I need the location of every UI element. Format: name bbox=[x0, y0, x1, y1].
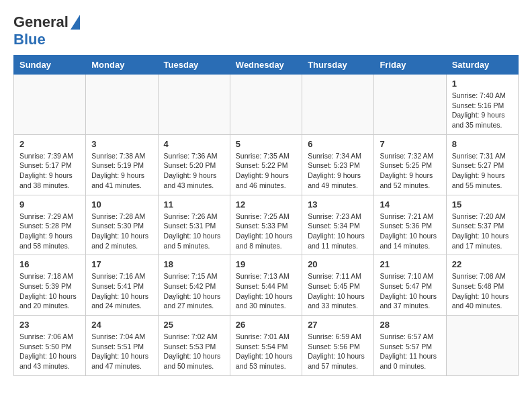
calendar-cell: 8Sunrise: 7:31 AM Sunset: 5:27 PM Daylig… bbox=[446, 134, 518, 195]
day-info: Sunrise: 7:16 AM Sunset: 5:41 PM Dayligh… bbox=[91, 271, 152, 311]
day-info: Sunrise: 7:26 AM Sunset: 5:31 PM Dayligh… bbox=[164, 212, 224, 251]
day-info: Sunrise: 7:35 AM Sunset: 5:22 PM Dayligh… bbox=[236, 151, 296, 191]
day-info: Sunrise: 7:04 AM Sunset: 5:51 PM Dayligh… bbox=[91, 332, 152, 371]
calendar-cell bbox=[374, 75, 446, 135]
day-number: 28 bbox=[380, 320, 440, 330]
day-number: 16 bbox=[19, 259, 80, 269]
calendar-week-row: 23Sunrise: 7:06 AM Sunset: 5:50 PM Dayli… bbox=[14, 316, 519, 376]
day-number: 10 bbox=[91, 199, 152, 210]
day-info: Sunrise: 7:11 AM Sunset: 5:45 PM Dayligh… bbox=[308, 271, 368, 311]
day-number: 26 bbox=[236, 320, 296, 330]
weekday-header-monday: Monday bbox=[86, 56, 158, 75]
calendar-cell: 2Sunrise: 7:39 AM Sunset: 5:17 PM Daylig… bbox=[14, 134, 86, 195]
day-info: Sunrise: 7:28 AM Sunset: 5:30 PM Dayligh… bbox=[91, 212, 152, 251]
day-number: 2 bbox=[19, 139, 80, 149]
day-info: Sunrise: 7:02 AM Sunset: 5:53 PM Dayligh… bbox=[164, 332, 224, 371]
day-number: 1 bbox=[452, 79, 513, 89]
day-info: Sunrise: 7:29 AM Sunset: 5:28 PM Dayligh… bbox=[19, 212, 80, 251]
calendar-cell: 11Sunrise: 7:26 AM Sunset: 5:31 PM Dayli… bbox=[158, 195, 230, 255]
day-number: 3 bbox=[91, 139, 152, 149]
day-number: 23 bbox=[19, 320, 80, 330]
calendar-cell bbox=[302, 75, 374, 135]
calendar-week-row: 9Sunrise: 7:29 AM Sunset: 5:28 PM Daylig… bbox=[14, 195, 519, 255]
day-number: 7 bbox=[380, 139, 440, 149]
calendar-cell: 6Sunrise: 7:34 AM Sunset: 5:23 PM Daylig… bbox=[302, 134, 374, 195]
calendar-cell bbox=[230, 75, 302, 135]
calendar-cell: 18Sunrise: 7:15 AM Sunset: 5:42 PM Dayli… bbox=[158, 255, 230, 316]
calendar-cell: 5Sunrise: 7:35 AM Sunset: 5:22 PM Daylig… bbox=[230, 134, 302, 195]
calendar-cell: 26Sunrise: 7:01 AM Sunset: 5:54 PM Dayli… bbox=[230, 316, 302, 376]
day-info: Sunrise: 7:40 AM Sunset: 5:16 PM Dayligh… bbox=[452, 91, 513, 130]
calendar-cell: 22Sunrise: 7:08 AM Sunset: 5:48 PM Dayli… bbox=[446, 255, 518, 316]
day-info: Sunrise: 7:31 AM Sunset: 5:27 PM Dayligh… bbox=[452, 151, 513, 191]
day-number: 5 bbox=[236, 139, 296, 149]
day-info: Sunrise: 7:10 AM Sunset: 5:47 PM Dayligh… bbox=[380, 271, 440, 311]
calendar-week-row: 1Sunrise: 7:40 AM Sunset: 5:16 PM Daylig… bbox=[14, 75, 519, 135]
calendar-cell: 7Sunrise: 7:32 AM Sunset: 5:25 PM Daylig… bbox=[374, 134, 446, 195]
day-number: 25 bbox=[164, 320, 224, 330]
day-number: 6 bbox=[308, 139, 368, 149]
calendar-week-row: 2Sunrise: 7:39 AM Sunset: 5:17 PM Daylig… bbox=[14, 134, 519, 195]
calendar-cell: 19Sunrise: 7:13 AM Sunset: 5:44 PM Dayli… bbox=[230, 255, 302, 316]
calendar-cell bbox=[158, 75, 230, 135]
day-info: Sunrise: 7:06 AM Sunset: 5:50 PM Dayligh… bbox=[19, 332, 80, 371]
day-info: Sunrise: 7:25 AM Sunset: 5:33 PM Dayligh… bbox=[236, 212, 296, 251]
calendar-cell: 21Sunrise: 7:10 AM Sunset: 5:47 PM Dayli… bbox=[374, 255, 446, 316]
calendar-cell bbox=[14, 75, 86, 135]
day-number: 4 bbox=[164, 139, 224, 149]
calendar-cell: 10Sunrise: 7:28 AM Sunset: 5:30 PM Dayli… bbox=[86, 195, 158, 255]
day-info: Sunrise: 7:18 AM Sunset: 5:39 PM Dayligh… bbox=[19, 271, 80, 311]
day-number: 27 bbox=[308, 320, 368, 330]
day-number: 14 bbox=[380, 199, 440, 210]
logo-blue: Blue bbox=[13, 31, 46, 48]
day-number: 24 bbox=[91, 320, 152, 330]
day-info: Sunrise: 7:15 AM Sunset: 5:42 PM Dayligh… bbox=[164, 271, 224, 311]
day-info: Sunrise: 6:59 AM Sunset: 5:56 PM Dayligh… bbox=[308, 332, 368, 371]
day-info: Sunrise: 7:39 AM Sunset: 5:17 PM Dayligh… bbox=[19, 151, 80, 191]
calendar-cell: 25Sunrise: 7:02 AM Sunset: 5:53 PM Dayli… bbox=[158, 316, 230, 376]
calendar-cell: 17Sunrise: 7:16 AM Sunset: 5:41 PM Dayli… bbox=[86, 255, 158, 316]
day-info: Sunrise: 7:23 AM Sunset: 5:34 PM Dayligh… bbox=[308, 212, 368, 251]
calendar-cell: 28Sunrise: 6:57 AM Sunset: 5:57 PM Dayli… bbox=[374, 316, 446, 376]
calendar-cell: 12Sunrise: 7:25 AM Sunset: 5:33 PM Dayli… bbox=[230, 195, 302, 255]
weekday-header-thursday: Thursday bbox=[302, 56, 374, 75]
day-info: Sunrise: 6:57 AM Sunset: 5:57 PM Dayligh… bbox=[380, 332, 440, 371]
day-number: 21 bbox=[380, 259, 440, 269]
day-number: 20 bbox=[308, 259, 368, 269]
day-info: Sunrise: 7:34 AM Sunset: 5:23 PM Dayligh… bbox=[308, 151, 368, 191]
calendar-cell: 1Sunrise: 7:40 AM Sunset: 5:16 PM Daylig… bbox=[446, 75, 518, 135]
calendar-cell: 4Sunrise: 7:36 AM Sunset: 5:20 PM Daylig… bbox=[158, 134, 230, 195]
day-number: 8 bbox=[452, 139, 513, 149]
calendar-cell bbox=[86, 75, 158, 135]
calendar-cell: 27Sunrise: 6:59 AM Sunset: 5:56 PM Dayli… bbox=[302, 316, 374, 376]
calendar-header-row: SundayMondayTuesdayWednesdayThursdayFrid… bbox=[14, 56, 519, 75]
calendar-cell: 24Sunrise: 7:04 AM Sunset: 5:51 PM Dayli… bbox=[86, 316, 158, 376]
calendar-cell bbox=[446, 316, 518, 376]
day-number: 13 bbox=[308, 199, 368, 210]
page-header: General Blue bbox=[13, 13, 519, 48]
logo-triangle-icon bbox=[71, 15, 80, 30]
calendar-cell: 9Sunrise: 7:29 AM Sunset: 5:28 PM Daylig… bbox=[14, 195, 86, 255]
day-info: Sunrise: 7:38 AM Sunset: 5:19 PM Dayligh… bbox=[91, 151, 152, 191]
day-info: Sunrise: 7:13 AM Sunset: 5:44 PM Dayligh… bbox=[236, 271, 296, 311]
day-info: Sunrise: 7:20 AM Sunset: 5:37 PM Dayligh… bbox=[452, 212, 513, 251]
weekday-header-saturday: Saturday bbox=[446, 56, 518, 75]
calendar-cell: 15Sunrise: 7:20 AM Sunset: 5:37 PM Dayli… bbox=[446, 195, 518, 255]
day-number: 22 bbox=[452, 259, 513, 269]
day-number: 18 bbox=[164, 259, 224, 269]
calendar-cell: 13Sunrise: 7:23 AM Sunset: 5:34 PM Dayli… bbox=[302, 195, 374, 255]
day-info: Sunrise: 7:01 AM Sunset: 5:54 PM Dayligh… bbox=[236, 332, 296, 371]
logo: General Blue bbox=[13, 13, 80, 48]
day-info: Sunrise: 7:21 AM Sunset: 5:36 PM Dayligh… bbox=[380, 212, 440, 251]
logo-general: General bbox=[13, 13, 69, 31]
day-number: 9 bbox=[19, 199, 80, 210]
calendar-cell: 3Sunrise: 7:38 AM Sunset: 5:19 PM Daylig… bbox=[86, 134, 158, 195]
weekday-header-friday: Friday bbox=[374, 56, 446, 75]
day-number: 17 bbox=[91, 259, 152, 269]
calendar-cell: 16Sunrise: 7:18 AM Sunset: 5:39 PM Dayli… bbox=[14, 255, 86, 316]
calendar-cell: 20Sunrise: 7:11 AM Sunset: 5:45 PM Dayli… bbox=[302, 255, 374, 316]
day-number: 11 bbox=[164, 199, 224, 210]
day-number: 19 bbox=[236, 259, 296, 269]
day-info: Sunrise: 7:08 AM Sunset: 5:48 PM Dayligh… bbox=[452, 271, 513, 311]
day-info: Sunrise: 7:36 AM Sunset: 5:20 PM Dayligh… bbox=[164, 151, 224, 191]
